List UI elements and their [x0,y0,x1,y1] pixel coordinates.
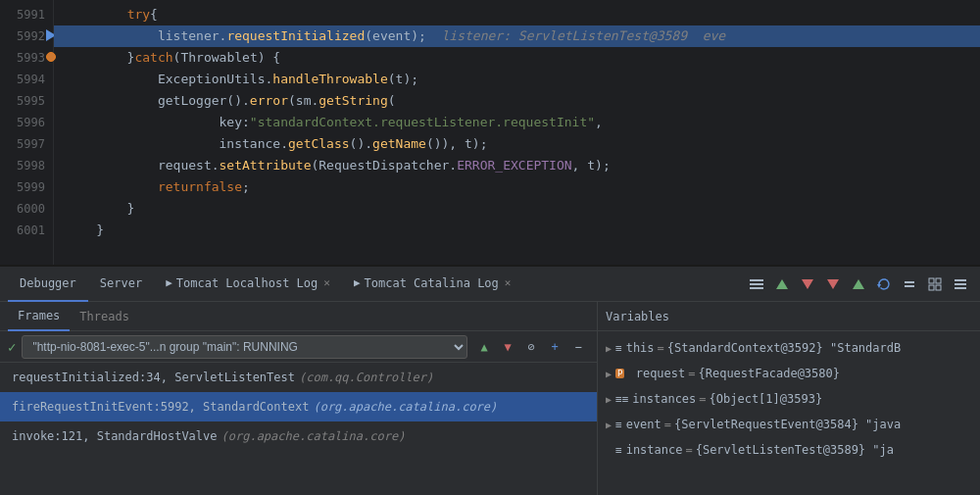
thread-step-over-btn[interactable]: ▼ [497,336,518,358]
var-instances-icon: ≡≡ [615,393,628,406]
var-this-name: this [626,341,655,355]
line-numbers: 5991 5992 5993 5994 5995 5996 5997 5998 … [0,0,54,265]
stack-frame-3[interactable]: invoke:121, StandardHostValve (org.apach… [0,421,597,451]
toolbar-up-btn[interactable] [770,272,794,296]
toolbar-refresh-btn[interactable] [872,272,896,296]
stack-frame-1[interactable]: requestInitialized:34, ServletListenTest… [0,363,597,392]
left-panel: Frames Threads ✓ "http-nio-8081-exec-5".… [0,302,598,495]
tab-tomcat-catalina[interactable]: ▶ Tomcat Catalina Log ✕ [342,267,523,302]
line-number: 5994 [0,69,45,90]
tomcat-localhost-icon: ▶ [166,276,172,289]
code-line-5993: } catch (Throwable t) { [54,47,980,69]
var-event-arrow: ▶ [606,420,612,430]
code-line-6001: } [54,220,980,241]
var-request-icon: P [615,369,624,378]
svg-marker-7 [877,284,881,288]
toolbar-list-btn[interactable] [949,272,972,296]
tab-tomcat-catalina-close[interactable]: ✕ [505,276,512,289]
variables-header: Variables [598,302,980,331]
variable-list: ▶ ≡ this = {StandardContext@3592} "Stand… [598,331,980,495]
line-number: 5993 [0,47,45,69]
tab-debugger[interactable]: Debugger [8,267,88,302]
code-line-6000: } [54,198,980,220]
code-line-5995: getLogger().error(sm.getString( [54,90,980,112]
code-line-5996: key: "standardContext.requestListener.re… [54,112,980,133]
thread-selector: ✓ "http-nio-8081-exec-5"...n group "main… [0,331,597,363]
var-instance-eq: = [685,443,692,457]
svg-rect-14 [955,279,966,281]
var-instance-icon: ≡ [615,444,622,457]
thread-resume-btn[interactable]: ▲ [473,336,495,358]
var-instances-name: instances [632,392,696,406]
var-instances-value: {Object[1]@3593} [710,392,823,406]
debugger-content: Frames Threads ✓ "http-nio-8081-exec-5".… [0,302,980,495]
var-item-instance[interactable]: ▶ ≡ instance = {ServletListenTest@3589} … [598,437,980,463]
thread-actions: ▲ ▼ ⊘ + − [473,336,589,358]
toolbar-download1-btn[interactable] [796,272,819,296]
svg-rect-16 [955,287,966,289]
sub-tab-threads[interactable]: Threads [70,302,139,331]
toolbar-stop-btn[interactable] [898,272,921,296]
var-request-value: {RequestFacade@3580} [698,367,840,380]
toolbar-settings-btn[interactable] [745,272,768,296]
stack-frames: requestInitialized:34, ServletListenTest… [0,363,597,495]
tab-tomcat-localhost-close[interactable]: ✕ [323,276,330,289]
var-instances-eq: = [699,392,706,406]
var-instances-arrow: ▶ [606,394,612,405]
code-line-5997: instance.getClass().getName()), t); [54,133,980,155]
var-this-arrow: ▶ [606,343,612,354]
svg-rect-2 [750,287,763,289]
code-line-5998: request.setAttribute(RequestDispatcher.E… [54,155,980,176]
tab-server[interactable]: Server [88,267,154,302]
line-number: 5991 [0,4,45,25]
line-number: 6000 [0,198,45,220]
svg-rect-12 [929,285,934,290]
line-number: 5999 [0,176,45,198]
var-event-eq: = [664,418,671,431]
frame-3-location: invoke:121, StandardHostValve [12,429,218,443]
debugger-toolbar [745,272,972,296]
frame-1-class: (com.qq.Controller) [299,371,433,384]
thread-minus-btn[interactable]: − [567,336,589,358]
line-number: 5997 [0,133,45,155]
svg-marker-3 [776,279,788,289]
var-request-eq: = [688,367,695,380]
debugger-panel: Debugger Server ▶ Tomcat Localhost Log ✕… [0,265,980,495]
tab-tomcat-localhost[interactable]: ▶ Tomcat Localhost Log ✕ [154,267,342,302]
line-number: 5996 [0,112,45,133]
line-number: 5998 [0,155,45,176]
tab-tomcat-catalina-label: Tomcat Catalina Log [365,276,499,290]
var-item-this[interactable]: ▶ ≡ this = {StandardContext@3592} "Stand… [598,335,980,361]
tomcat-catalina-icon: ▶ [354,276,361,289]
code-line-5991: try { [54,4,980,25]
svg-rect-0 [750,279,763,281]
svg-rect-11 [936,278,941,283]
toolbar-grid-btn[interactable] [923,272,947,296]
line-number: 6001 [0,220,45,241]
var-event-value: {ServletRequestEvent@3584} "java [674,418,901,431]
frames-tab-label: Frames [18,309,60,322]
var-item-event[interactable]: ▶ ≡ event = {ServletRequestEvent@3584} "… [598,412,980,437]
tab-server-label: Server [100,276,142,290]
threads-tab-label: Threads [79,310,129,323]
thread-dropdown[interactable]: "http-nio-8081-exec-5"...n group "main":… [22,335,467,359]
frame-2-location: fireRequestInitEvent:5992, StandardConte… [12,400,309,414]
var-this-value: {StandardContext@3592} "StandardB [667,341,901,355]
code-line-5994: ExceptionUtils.handleThrowable(t); [54,69,980,90]
tab-debugger-label: Debugger [20,276,76,290]
var-item-instances[interactable]: ▶ ≡≡ instances = {Object[1]@3593} [598,386,980,412]
thread-filter-btn[interactable]: ⊘ [520,336,542,358]
var-item-request[interactable]: ▶ P request = {RequestFacade@3580} [598,361,980,386]
code-line-5992: listener.requestInitialized(event); list… [54,25,980,47]
toolbar-upload-btn[interactable] [847,272,870,296]
var-event-icon: ≡ [615,419,622,431]
stack-frame-2[interactable]: fireRequestInitEvent:5992, StandardConte… [0,392,597,421]
toolbar-download2-btn[interactable] [821,272,845,296]
var-this-eq: = [658,341,664,355]
svg-rect-13 [936,285,941,290]
variables-header-label: Variables [606,310,669,323]
code-editor: 5991 5992 5993 5994 5995 5996 5997 5998 … [0,0,980,265]
sub-tab-frames[interactable]: Frames [8,302,70,331]
var-instance-name: instance [626,443,683,457]
thread-add-btn[interactable]: + [544,336,565,358]
